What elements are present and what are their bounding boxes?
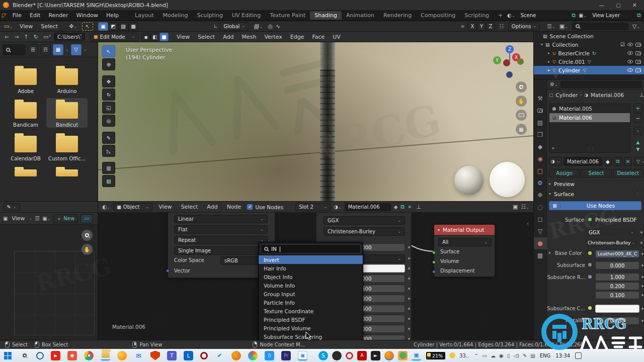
youtube-icon[interactable]: ▶ bbox=[51, 351, 60, 360]
options-dropdown[interactable]: Options⌄ bbox=[508, 22, 540, 31]
tab-world[interactable]: ◉ bbox=[534, 153, 546, 165]
tray-phone-icon[interactable]: ▭ bbox=[482, 353, 487, 358]
cursor-tool-button[interactable]: ⊕ bbox=[102, 58, 115, 70]
proportional-edit-icon[interactable]: ◎ bbox=[268, 23, 273, 30]
tab-output[interactable]: ▤ bbox=[534, 117, 546, 129]
image-editor-canvas[interactable] bbox=[14, 251, 95, 335]
view-layer-icon[interactable]: ▣⌄ bbox=[579, 13, 587, 18]
folder-item[interactable]: Adobe bbox=[5, 64, 46, 94]
chrome-icon[interactable] bbox=[84, 351, 94, 360]
face-select-toggle[interactable]: ■ bbox=[159, 33, 169, 41]
node-menu-add[interactable]: Add bbox=[204, 204, 220, 210]
tab-particles[interactable]: ❉ bbox=[534, 189, 546, 201]
pin-icon[interactable]: ⟂ bbox=[640, 92, 643, 98]
tab-object-data[interactable]: ▽ bbox=[534, 225, 546, 237]
subsurface-value[interactable]: 0.000 bbox=[595, 261, 639, 269]
search-result[interactable]: Object Info bbox=[259, 273, 363, 281]
viewport-perspective-icon[interactable]: ▦ bbox=[516, 124, 527, 135]
filebrowser-search-input[interactable] bbox=[3, 44, 26, 55]
viewport-pan-icon[interactable]: ✋ bbox=[516, 96, 527, 107]
mode-dropdown[interactable]: ■Edit Mode⌄ bbox=[90, 33, 138, 41]
properties-filter-icon[interactable]: ⚙⌄ bbox=[550, 81, 558, 87]
deselect-button[interactable]: Deselect bbox=[613, 169, 643, 177]
skype-icon[interactable]: S bbox=[318, 351, 328, 360]
dark-app-icon[interactable] bbox=[332, 351, 342, 360]
preview-panel-header[interactable]: ▸Preview ⋮⋮ bbox=[549, 181, 643, 187]
folder-item[interactable]: Bandicam bbox=[5, 98, 46, 128]
menu-help[interactable]: Help bbox=[102, 12, 123, 19]
filter-settings-dropdown[interactable]: ⌄ bbox=[84, 48, 87, 52]
viewport-menu-select[interactable]: Select bbox=[194, 34, 219, 40]
fake-user-shield-icon[interactable]: ◆ bbox=[604, 157, 612, 166]
add-workspace-button[interactable]: + bbox=[494, 11, 507, 20]
photos-app-icon[interactable] bbox=[248, 351, 258, 360]
tray-keyboard-icon[interactable]: ▤ bbox=[530, 353, 535, 358]
opera-icon[interactable] bbox=[200, 352, 208, 359]
vector-input-socket[interactable] bbox=[166, 269, 170, 273]
blender-icon[interactable]: ◸ bbox=[0, 12, 9, 19]
menu-edit[interactable]: Edit bbox=[26, 12, 44, 19]
new-scene-button[interactable]: ⧉ bbox=[569, 12, 579, 19]
node-overlay-icon[interactable]: ▣ bbox=[513, 204, 518, 210]
outliner-filter-icon[interactable]: ▣⌄ bbox=[559, 23, 568, 30]
pin-icon[interactable]: ⟂ bbox=[417, 204, 421, 210]
base-color-value[interactable]: Leather009_4K_C bbox=[595, 250, 639, 258]
move-slot-up-button[interactable]: ▲ bbox=[636, 140, 640, 145]
search-result[interactable]: Hair Info bbox=[259, 264, 363, 273]
folder-item[interactable]: Custom Offic... bbox=[46, 132, 88, 161]
subsurface-method-dropdown[interactable]: Christensen-Burley⌄ bbox=[585, 239, 637, 247]
minimize-button[interactable]: — bbox=[595, 2, 608, 9]
viewport-menu-add[interactable]: Add bbox=[219, 34, 237, 40]
gallery-icon[interactable]: ▣ bbox=[298, 351, 307, 360]
snapping-options-icon[interactable]: ☷ bbox=[499, 23, 504, 30]
shader-type-dropdown[interactable]: ■Object⌄ bbox=[113, 203, 152, 211]
cylinder-object[interactable] bbox=[320, 42, 335, 201]
node-menu-node[interactable]: Node bbox=[224, 204, 245, 210]
material-output-header[interactable]: ▾ Material Output bbox=[434, 225, 495, 235]
paint-mode-dropdown[interactable]: ✎⌄ bbox=[3, 203, 20, 211]
search-result[interactable]: Particle Info bbox=[259, 298, 363, 307]
tab-material[interactable]: ● bbox=[534, 237, 547, 249]
menu-render[interactable]: Render bbox=[44, 12, 72, 19]
slot-material-006[interactable]: Material.006 bbox=[549, 113, 630, 122]
mail-icon[interactable]: ✉ bbox=[134, 351, 143, 360]
hide-eye-icon[interactable] bbox=[627, 51, 633, 55]
tab-constraints[interactable]: ◻ bbox=[534, 213, 546, 225]
outliner-search-input[interactable] bbox=[572, 23, 628, 30]
gizmo-z-axis[interactable]: Z bbox=[506, 45, 514, 53]
tab-scripting[interactable]: Scripting bbox=[460, 11, 494, 20]
display-thumbnails-button[interactable]: ▦ bbox=[53, 44, 63, 55]
language-indicator[interactable]: ENG bbox=[540, 353, 551, 358]
new-view-layer-button[interactable]: ⧉ bbox=[634, 12, 644, 19]
subsurface-radius-z[interactable]: 0.100 bbox=[595, 291, 639, 299]
path-field[interactable]: C:\Users\T... bbox=[54, 33, 85, 41]
forward-button[interactable]: → bbox=[12, 34, 21, 40]
image-viewer-icon[interactable]: ▣ bbox=[412, 351, 421, 360]
display-horizontal-list-button[interactable]: ☶ bbox=[40, 44, 51, 55]
snap-grid-icon[interactable]: ☷⌄ bbox=[521, 204, 529, 210]
tab-modifiers[interactable]: ⚙ bbox=[534, 177, 546, 189]
tray-expand-icon[interactable]: ⌃ bbox=[474, 353, 478, 358]
copy-material-icon[interactable]: ⧉ bbox=[400, 204, 405, 210]
zoom-tool-icon[interactable] bbox=[82, 230, 93, 241]
tray-weather-icon[interactable] bbox=[449, 352, 455, 358]
assign-button[interactable]: Assign bbox=[549, 169, 580, 177]
hide-eye-icon[interactable] bbox=[627, 68, 633, 72]
outliner-row-beziercircle[interactable]: ▸ ∪ BezierCircle ↻ bbox=[534, 49, 644, 57]
slot-dropdown[interactable]: Slot 2⌄ bbox=[295, 203, 331, 211]
viewport-menu-view[interactable]: View bbox=[173, 34, 194, 40]
slot-specials-dropdown[interactable]: ⌄ bbox=[633, 127, 642, 135]
back-button[interactable]: ← bbox=[2, 34, 12, 40]
scene-icon[interactable]: ◐⌄ bbox=[507, 13, 515, 18]
copy-material-button[interactable]: ⧉ bbox=[613, 157, 622, 166]
new-image-button[interactable]: ＋New bbox=[53, 214, 78, 223]
tab-object[interactable]: ▢ bbox=[534, 165, 546, 177]
check-app-icon[interactable]: ✔ bbox=[215, 351, 224, 360]
snap-icon[interactable]: ∰⌄ bbox=[254, 23, 263, 30]
tray-cloud-icon[interactable]: ☁ bbox=[491, 353, 496, 358]
bandicam-icon[interactable]: ◉ bbox=[67, 351, 77, 360]
acrobat-icon[interactable]: A bbox=[357, 351, 367, 360]
select-button[interactable]: Select bbox=[581, 169, 611, 177]
material-name-field[interactable]: Material.006 bbox=[345, 203, 391, 211]
navigation-gizmo[interactable]: Z Y X bbox=[493, 45, 526, 78]
